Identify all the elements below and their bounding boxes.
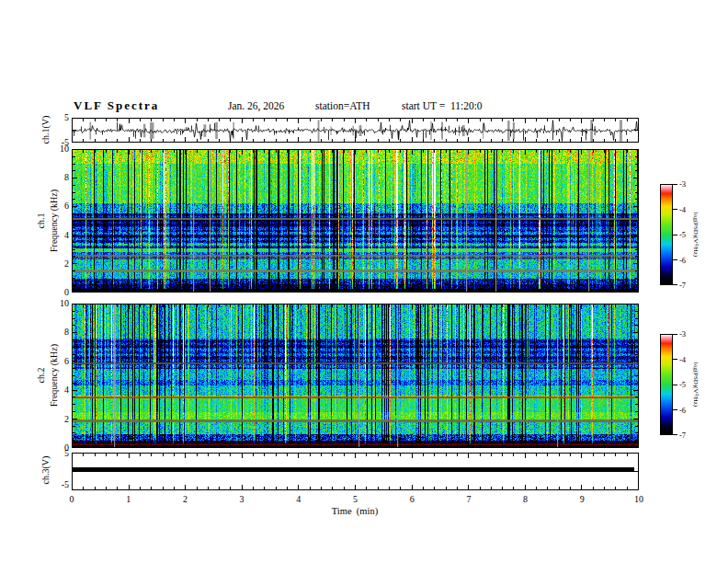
ch2-spectrogram-ytick-label: 2 xyxy=(51,414,69,425)
x-tick-label: 1 xyxy=(118,494,140,504)
ch1-waveform-ytick-top: 5 xyxy=(51,112,69,123)
x-tick-label: 9 xyxy=(571,494,593,504)
date-label: Jan. 26, 2026 xyxy=(228,100,284,111)
ch1-spectrogram-ytick-label: 8 xyxy=(51,172,69,183)
colorbar2-tick-label: -3 xyxy=(679,329,686,339)
colorbar2-tick-label: -6 xyxy=(679,406,686,415)
ch1-spectrogram-ytick-label: 0 xyxy=(51,287,69,298)
x-tick-label: 4 xyxy=(288,494,310,504)
colorbar1-label: log(PSD)(V²/Hz) xyxy=(692,213,700,257)
colorbar1-tick-label: -3 xyxy=(679,179,686,189)
ch1-waveform-ylabel: ch.1(V) xyxy=(40,116,51,144)
ch2-spectrogram-ytick-label: 6 xyxy=(51,356,69,367)
colorbar2-tick-label: -7 xyxy=(679,431,686,440)
ch3-waveform-ytick-bottom: -5 xyxy=(51,479,69,490)
ch2-spectrogram-ytick-label: 8 xyxy=(51,327,69,338)
vlf-spectra-plot: VLF Spectra Jan. 26, 2026 station=ATH st… xyxy=(0,0,728,563)
x-tick-label: 0 xyxy=(61,494,83,504)
ch1-spectrogram-ytick-label: 6 xyxy=(51,201,69,212)
ch2-spectrogram-canvas xyxy=(72,304,639,448)
ch1-spectrogram-frequency-label: Frequency (kHz) xyxy=(49,190,59,252)
station-label: station=ATH xyxy=(315,100,370,111)
x-tick-label: 5 xyxy=(345,494,367,504)
ch2-spectrogram-ytick-label: 0 xyxy=(51,442,69,454)
colorbar2-tick-label: -4 xyxy=(679,355,686,364)
x-tick-label: 6 xyxy=(401,494,423,504)
colorbar1-tick-label: -6 xyxy=(679,256,686,265)
colorbar2-tick-label: -5 xyxy=(679,380,686,389)
x-tick-label: 10 xyxy=(628,494,650,504)
page-title: VLF Spectra xyxy=(74,98,159,113)
colorbar1-canvas xyxy=(660,184,678,285)
colorbar1-tick-label: -5 xyxy=(679,230,686,239)
ch2-spectrogram-ytick-label: 10 xyxy=(51,298,69,309)
x-tick-label: 8 xyxy=(515,494,537,504)
x-tick-label: 7 xyxy=(458,494,480,504)
colorbar1-tick-label: -7 xyxy=(679,281,686,290)
start-ut-label: start UT = 11:20:0 xyxy=(402,100,483,111)
ch1-waveform-canvas xyxy=(72,118,639,143)
x-tick-label: 2 xyxy=(174,494,196,504)
colorbar1-tick-label: -4 xyxy=(679,205,686,214)
x-tick-label: 3 xyxy=(231,494,253,504)
ch3-waveform-canvas xyxy=(72,453,639,490)
ch2-spectrogram-frequency-label: Frequency (kHz) xyxy=(49,344,59,407)
ch2-spectrogram-channel-label: ch.2 xyxy=(36,368,46,384)
colorbar2-canvas xyxy=(660,334,678,435)
ch1-spectrogram-ytick-label: 2 xyxy=(51,259,69,270)
ch1-spectrogram-ytick-label: 4 xyxy=(51,230,69,241)
x-axis-label: Time (min) xyxy=(332,506,378,516)
ch1-spectrogram-channel-label: ch.1 xyxy=(36,213,46,229)
ch2-spectrogram-ytick-label: 4 xyxy=(51,385,69,396)
ch1-spectrogram-canvas xyxy=(72,149,639,293)
ch3-waveform-ylabel: ch.3(V) xyxy=(40,456,51,485)
ch1-spectrogram-ytick-label: 10 xyxy=(51,144,69,155)
colorbar2-label: log(PSD)(V²/Hz) xyxy=(692,362,700,407)
